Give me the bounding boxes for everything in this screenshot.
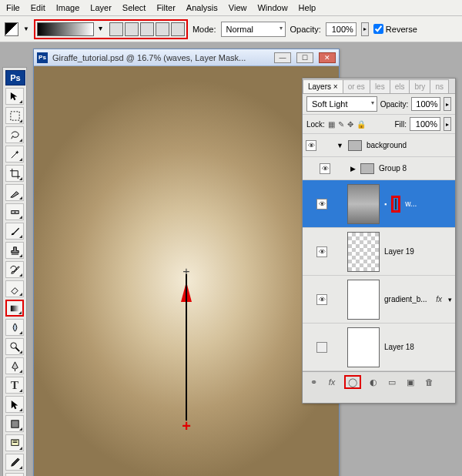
reverse-checkbox-input[interactable] [373, 24, 383, 34]
tab-layers[interactable]: Layers × [303, 79, 343, 93]
visibility-icon[interactable] [316, 342, 327, 353]
lock-transparent-icon[interactable]: ▦ [328, 120, 335, 129]
dodge-tool[interactable] [5, 338, 24, 355]
tab-4[interactable]: els [390, 79, 410, 93]
gradient-diamond-icon[interactable] [171, 22, 185, 36]
visibility-icon[interactable]: 👁 [316, 294, 327, 305]
mask-highlight [391, 196, 400, 213]
minimize-button[interactable]: — [274, 52, 291, 63]
reverse-checkbox[interactable]: Reverse [373, 24, 417, 34]
layer-thumb[interactable] [347, 232, 380, 272]
gradient-reflected-icon[interactable] [156, 22, 169, 36]
lock-paint-icon[interactable]: ✎ [338, 120, 344, 129]
layer-row-layer19[interactable]: 👁 Layer 19 [303, 228, 455, 276]
wand-tool[interactable] [5, 146, 24, 163]
mode-dropdown[interactable]: Normal [221, 22, 286, 37]
shape-tool[interactable] [5, 415, 24, 432]
stamp-tool[interactable] [5, 242, 24, 259]
canvas[interactable]: + + [34, 66, 339, 476]
menu-select[interactable]: Select [122, 3, 146, 12]
gradient-angle-icon[interactable] [140, 22, 154, 36]
slice-tool[interactable] [5, 184, 24, 201]
menu-view[interactable]: View [229, 3, 247, 12]
layer-row-waves[interactable]: 👁 ▪ w... [303, 180, 455, 228]
brush-tool[interactable] [5, 223, 24, 240]
crop-tool[interactable] [5, 165, 24, 182]
fx-icon[interactable]: fx [326, 377, 338, 387]
menu-file[interactable]: File [6, 3, 20, 12]
layer-row-gradientb[interactable]: 👁 gradient_b... fx ▾ [303, 276, 455, 323]
visibility-icon[interactable]: 👁 [320, 163, 330, 174]
link-layers-icon[interactable]: ⚭ [307, 377, 320, 387]
layer-row-layer18[interactable]: Layer 18 [303, 323, 455, 371]
heal-tool[interactable] [5, 203, 24, 220]
blend-mode-dropdown[interactable]: Soft Light [306, 96, 377, 112]
path-select-tool[interactable] [5, 396, 24, 413]
notes-tool[interactable] [5, 434, 24, 451]
fill-input[interactable]: 100% [410, 117, 440, 131]
tab-3[interactable]: les [370, 79, 390, 93]
workspace: Ps T Ps Giraffe_tutorial.psd @ 16.7% (wa… [0, 42, 462, 476]
visibility-icon[interactable]: 👁 [316, 246, 327, 257]
hand-tool[interactable] [5, 473, 24, 476]
pen-tool[interactable] [5, 357, 24, 374]
gradient-picker[interactable] [37, 22, 94, 36]
fx-badge[interactable]: fx [436, 295, 442, 303]
gradient-drag-line [186, 274, 187, 421]
menu-filter[interactable]: Filter [156, 3, 175, 12]
opacity-stepper[interactable]: ▸ [361, 22, 369, 36]
menu-layer[interactable]: Layer [90, 3, 112, 12]
visibility-icon[interactable]: 👁 [306, 140, 316, 151]
layer-row-group8[interactable]: 👁 ▶ Group 8 [303, 157, 455, 180]
blur-tool[interactable] [5, 319, 24, 336]
menu-window[interactable]: Window [257, 3, 287, 12]
new-group-icon[interactable]: ▭ [386, 377, 398, 387]
marquee-tool[interactable] [5, 107, 24, 124]
tab-2[interactable]: or es [343, 79, 370, 93]
layer-name: background [367, 141, 407, 149]
move-tool[interactable] [5, 88, 24, 105]
lock-all-icon[interactable]: 🔒 [357, 120, 366, 129]
gradient-tool[interactable] [5, 300, 24, 317]
layer-thumb[interactable] [347, 184, 380, 224]
layer-name: gradient_b... [384, 295, 427, 303]
adjustment-layer-icon[interactable]: ◐ [367, 377, 380, 387]
lock-row: Lock: ▦ ✎ ✥ 🔒 Fill: 100% ▸ [303, 115, 455, 134]
add-mask-icon[interactable]: ◯ [346, 377, 359, 387]
menu-analysis[interactable]: Analysis [186, 3, 218, 12]
gradient-linear-icon[interactable] [109, 22, 123, 36]
close-button[interactable]: ✕ [319, 52, 336, 63]
type-tool[interactable]: T [5, 377, 24, 394]
new-layer-icon[interactable]: ▣ [404, 377, 417, 387]
eyedropper-tool[interactable] [5, 454, 24, 471]
history-brush-tool[interactable] [5, 261, 24, 278]
opacity-input[interactable]: 100% [326, 22, 357, 36]
maximize-button[interactable]: ☐ [296, 52, 313, 63]
layer-mask-thumb[interactable] [395, 199, 397, 210]
gradient-radial-icon[interactable] [125, 22, 139, 36]
lock-move-icon[interactable]: ✥ [347, 120, 353, 129]
layer-thumb[interactable] [347, 280, 380, 320]
lasso-tool[interactable] [5, 126, 24, 143]
eraser-tool[interactable] [5, 280, 24, 297]
tab-5[interactable]: bry [409, 79, 430, 93]
fill-stepper[interactable]: ▸ [444, 117, 451, 131]
lock-label: Lock: [306, 120, 325, 129]
folder-icon [360, 163, 374, 174]
document-titlebar[interactable]: Ps Giraffe_tutorial.psd @ 16.7% (waves, … [34, 49, 339, 66]
tab-6[interactable]: ns [430, 79, 449, 93]
layer-opacity-input[interactable]: 100% [411, 97, 440, 111]
tool-preset-icon[interactable] [5, 22, 18, 36]
ps-doc-icon: Ps [37, 52, 48, 63]
menu-image[interactable]: Image [56, 3, 80, 12]
menubar: File Edit Image Layer Select Filter Anal… [0, 0, 462, 16]
delete-layer-icon[interactable]: 🗑 [423, 377, 435, 387]
visibility-icon[interactable]: 👁 [316, 199, 327, 210]
menu-edit[interactable]: Edit [31, 3, 45, 12]
layer-thumb[interactable] [347, 327, 380, 367]
menu-help[interactable]: Help [299, 3, 316, 12]
layer-row-background[interactable]: 👁 ▼ background [303, 134, 455, 157]
layer-opacity-stepper[interactable]: ▸ [444, 97, 451, 111]
gradient-type-group [109, 22, 185, 36]
layer-name: w... [405, 199, 417, 208]
